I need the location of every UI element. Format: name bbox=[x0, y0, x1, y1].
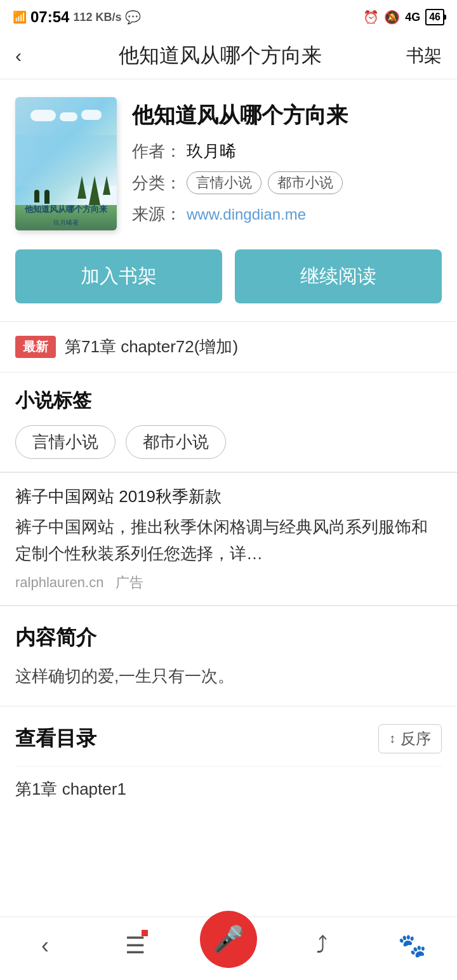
back-button[interactable]: ‹ bbox=[15, 46, 22, 65]
latest-badge: 最新 bbox=[15, 336, 56, 358]
speed: 112 KB/s bbox=[73, 11, 121, 24]
book-cover-text: 他知道风从哪个方向来玖月晞著 bbox=[20, 199, 112, 230]
bookshelf-button[interactable]: 书架 bbox=[406, 44, 442, 68]
author-value: 玖月晞 bbox=[187, 140, 236, 162]
nav-mic-button[interactable]: 🎤 bbox=[200, 911, 257, 968]
category-row: 分类： 言情小说 都市小说 bbox=[132, 171, 442, 194]
chapter-item-1[interactable]: 第1章 chapter1 bbox=[15, 766, 442, 812]
category-tag-1: 都市小说 bbox=[268, 171, 343, 194]
nav-share-icon: ⤴ bbox=[316, 932, 328, 959]
tree-1 bbox=[77, 176, 86, 199]
nav-title: 他知道风从哪个方向来 bbox=[34, 42, 406, 70]
wechat-icon: 💬 bbox=[125, 10, 141, 25]
nav-menu-icon: ☰ bbox=[125, 932, 145, 959]
status-right: ⏰ 🔕 4G 46 bbox=[363, 9, 444, 25]
cover-clouds bbox=[15, 110, 117, 121]
action-buttons: 加入书架 继续阅读 bbox=[0, 234, 457, 321]
cloud-2 bbox=[60, 112, 77, 121]
catalog-section: 查看目录 ↕ 反序 第1章 chapter1 bbox=[0, 706, 457, 812]
book-cover: 他知道风从哪个方向来玖月晞著 bbox=[15, 97, 117, 230]
top-nav: ‹ 他知道风从哪个方向来 书架 bbox=[0, 33, 457, 79]
nav-paw-icon: 🐾 bbox=[398, 932, 427, 959]
ad-url: ralphlauren.cn bbox=[15, 574, 103, 590]
latest-chapter-section[interactable]: 最新 第71章 chapter72(增加) bbox=[0, 322, 457, 372]
nav-back-button[interactable]: ‹ bbox=[20, 932, 70, 959]
nav-menu-button[interactable]: ☰ bbox=[110, 932, 161, 959]
bell-icon: 🔕 bbox=[384, 10, 400, 25]
nav-mic-icon: 🎤 bbox=[213, 924, 244, 954]
time: 07:54 bbox=[30, 8, 69, 26]
sort-icon: ↕ bbox=[389, 731, 395, 746]
tags-row: 言情小说 都市小说 bbox=[15, 425, 442, 459]
network-icon: 4G bbox=[405, 11, 420, 24]
catalog-title: 查看目录 bbox=[15, 725, 96, 753]
description-section: 内容简介 这样确切的爱,一生只有一次。 bbox=[0, 606, 457, 706]
tags-section-title: 小说标签 bbox=[15, 388, 442, 414]
tags-section: 小说标签 言情小说 都市小说 bbox=[0, 373, 457, 472]
cloud-3 bbox=[81, 110, 102, 120]
status-left: 📶 07:54 112 KB/s 💬 bbox=[13, 8, 141, 26]
status-bar: 📶 07:54 112 KB/s 💬 ⏰ 🔕 4G 46 bbox=[0, 0, 457, 33]
description-title: 内容简介 bbox=[15, 624, 442, 652]
bottom-nav: ‹ ☰ 🎤 ⤴ 🐾 bbox=[0, 917, 457, 980]
menu-badge bbox=[142, 930, 148, 936]
latest-chapter-text: 第71章 chapter72(增加) bbox=[65, 336, 238, 358]
ad-label: 广告 bbox=[116, 574, 143, 590]
battery-level: 46 bbox=[429, 11, 440, 23]
battery-indicator: 46 bbox=[425, 9, 444, 25]
nav-paw-button[interactable]: 🐾 bbox=[387, 932, 437, 959]
ad-source: ralphlauren.cn 广告 bbox=[15, 573, 442, 592]
category-tag-0: 言情小说 bbox=[187, 171, 262, 194]
add-to-shelf-button[interactable]: 加入书架 bbox=[15, 249, 222, 303]
tag-1[interactable]: 都市小说 bbox=[126, 425, 226, 459]
nav-share-button[interactable]: ⤴ bbox=[296, 932, 347, 959]
ad-title: 裤子中国网站 2019秋季新款 bbox=[15, 486, 442, 508]
source-url[interactable]: www.dingdian.me bbox=[187, 206, 306, 223]
sort-label: 反序 bbox=[401, 729, 431, 749]
ad-content: 裤子中国网站，推出秋季休闲格调与经典风尚系列服饰和定制个性秋装系列任您选择，详… bbox=[15, 514, 442, 567]
advertisement[interactable]: 裤子中国网站 2019秋季新款 裤子中国网站，推出秋季休闲格调与经典风尚系列服饰… bbox=[0, 472, 457, 606]
author-label: 作者： bbox=[132, 140, 182, 162]
book-title: 他知道风从哪个方向来 bbox=[132, 101, 442, 129]
catalog-header: 查看目录 ↕ 反序 bbox=[15, 724, 442, 753]
nav-back-icon: ‹ bbox=[41, 932, 49, 959]
category-label: 分类： bbox=[132, 172, 182, 194]
continue-reading-button[interactable]: 继续阅读 bbox=[235, 249, 442, 303]
author-row: 作者： 玖月晞 bbox=[132, 140, 442, 162]
bottom-spacer bbox=[0, 812, 457, 882]
book-metadata: 他知道风从哪个方向来 作者： 玖月晞 分类： 言情小说 都市小说 来源： www… bbox=[132, 97, 442, 234]
category-tags: 言情小说 都市小说 bbox=[187, 171, 343, 194]
tree-3 bbox=[103, 176, 110, 195]
source-row: 来源： www.dingdian.me bbox=[132, 203, 442, 225]
signal-icon: 📶 bbox=[13, 10, 27, 24]
cloud-1 bbox=[30, 110, 56, 121]
tag-0[interactable]: 言情小说 bbox=[15, 425, 116, 459]
catalog-sort-button[interactable]: ↕ 反序 bbox=[378, 724, 442, 753]
chapter-1-text: 第1章 chapter1 bbox=[15, 779, 126, 798]
alarm-icon: ⏰ bbox=[363, 10, 379, 25]
description-text: 这样确切的爱,一生只有一次。 bbox=[15, 662, 442, 690]
source-label: 来源： bbox=[132, 203, 182, 225]
book-info-section: 他知道风从哪个方向来玖月晞著 他知道风从哪个方向来 作者： 玖月晞 分类： 言情… bbox=[0, 79, 457, 234]
